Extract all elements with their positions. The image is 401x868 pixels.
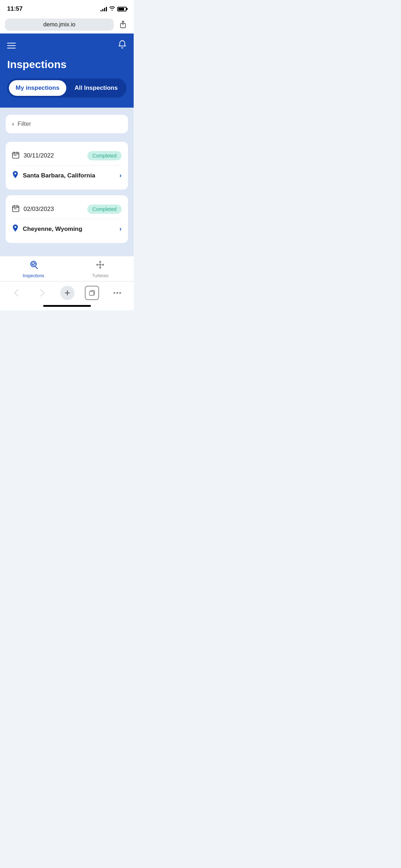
turbines-nav-label: Turbines	[92, 273, 108, 278]
app-header: Inspections My inspections All Inspectio…	[0, 33, 134, 108]
svg-point-11	[99, 264, 101, 266]
inspections-nav-label: Inspections	[22, 273, 44, 278]
safari-browser-bar	[0, 281, 134, 302]
location-pin-icon	[12, 224, 19, 234]
card-date-row: 02/03/2023 Completed	[12, 202, 122, 219]
svg-point-4	[15, 173, 16, 175]
home-bar	[43, 305, 91, 307]
header-top	[7, 40, 127, 51]
more-button[interactable]	[109, 285, 125, 301]
main-content: › Filter 30/11/2022 Completed	[0, 108, 134, 256]
location-group: Santa Barbara, California	[12, 171, 95, 180]
card-location-row: Santa Barbara, California ›	[12, 167, 122, 183]
card-location-row: Cheyenne, Wyoming ›	[12, 221, 122, 237]
nav-item-inspections[interactable]: Inspections	[0, 260, 67, 278]
status-bar: 11:57	[0, 0, 134, 16]
tab-toggle: My inspections All Inspections	[7, 78, 127, 98]
svg-point-8	[15, 226, 16, 228]
tab-my-inspections[interactable]: My inspections	[9, 80, 66, 96]
filter-label: Filter	[17, 120, 31, 128]
inspection-date: 30/11/2022	[24, 152, 54, 159]
status-time: 11:57	[7, 5, 22, 12]
inspection-location: Santa Barbara, California	[23, 172, 95, 179]
tabs-button[interactable]	[85, 286, 99, 300]
status-icons	[101, 6, 127, 12]
browser-bar: demo.jmix.io	[0, 16, 134, 33]
wifi-icon	[109, 6, 115, 12]
svg-rect-6	[14, 208, 15, 209]
calendar-icon	[12, 151, 19, 160]
svg-point-13	[113, 292, 115, 294]
svg-rect-7	[15, 208, 16, 209]
filter-chevron-icon: ›	[12, 121, 14, 127]
home-indicator	[0, 302, 134, 310]
tab-all-inspections[interactable]: All Inspections	[68, 80, 125, 96]
svg-rect-12	[89, 291, 94, 295]
forward-button[interactable]	[35, 285, 50, 301]
notification-button[interactable]	[118, 40, 127, 51]
status-badge: Completed	[87, 151, 122, 160]
svg-rect-3	[15, 155, 16, 156]
inspections-nav-icon	[29, 260, 38, 272]
back-button[interactable]	[9, 285, 24, 301]
svg-point-15	[119, 292, 121, 294]
inspection-date: 02/03/2023	[24, 206, 54, 213]
date-group: 30/11/2022	[12, 151, 54, 160]
inspection-location: Cheyenne, Wyoming	[23, 226, 82, 233]
status-badge: Completed	[87, 205, 122, 214]
url-text: demo.jmix.io	[43, 21, 76, 28]
date-group: 02/03/2023	[12, 205, 54, 214]
bottom-nav: Inspections Turbines	[0, 256, 134, 281]
page-title: Inspections	[7, 58, 127, 71]
inspection-card[interactable]: 30/11/2022 Completed Santa Barbara, Cali…	[6, 142, 128, 190]
share-button[interactable]	[117, 19, 129, 30]
card-date-row: 30/11/2022 Completed	[12, 148, 122, 166]
svg-rect-2	[14, 155, 15, 156]
location-pin-icon	[12, 171, 19, 180]
signal-icon	[101, 6, 107, 11]
svg-point-14	[116, 292, 118, 294]
turbines-nav-icon	[95, 260, 105, 272]
nav-item-turbines[interactable]: Turbines	[67, 260, 134, 278]
url-bar[interactable]: demo.jmix.io	[5, 19, 114, 31]
arrow-right-icon: ›	[119, 225, 122, 233]
menu-button[interactable]	[7, 43, 16, 48]
inspection-card[interactable]: 02/03/2023 Completed Cheyenne, Wyoming ›	[6, 195, 128, 243]
battery-icon	[117, 7, 127, 11]
location-group: Cheyenne, Wyoming	[12, 224, 82, 234]
calendar-icon	[12, 205, 19, 214]
filter-bar[interactable]: › Filter	[6, 115, 128, 133]
arrow-right-icon: ›	[119, 172, 122, 179]
add-tab-button[interactable]	[60, 286, 74, 300]
